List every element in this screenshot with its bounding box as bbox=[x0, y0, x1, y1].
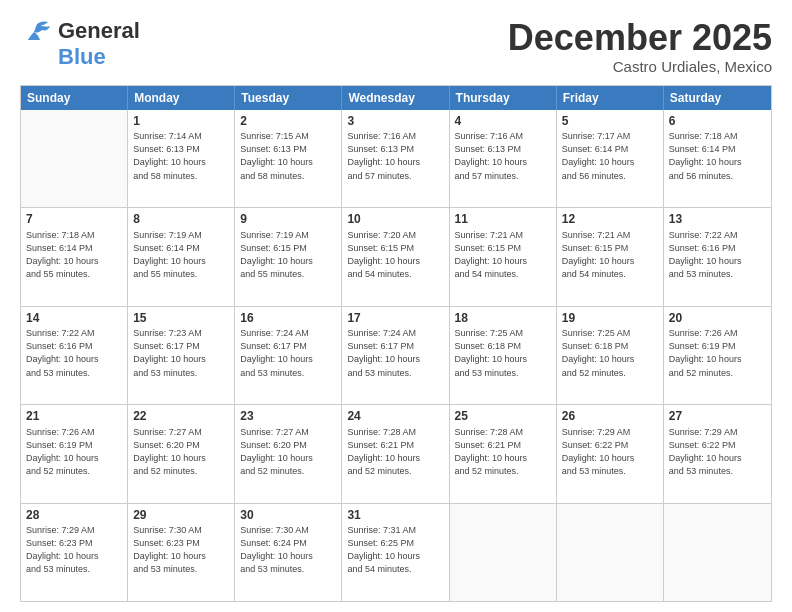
table-row: 3Sunrise: 7:16 AM Sunset: 6:13 PM Daylig… bbox=[342, 110, 449, 207]
table-row: 25Sunrise: 7:28 AM Sunset: 6:21 PM Dayli… bbox=[450, 405, 557, 502]
table-row: 9Sunrise: 7:19 AM Sunset: 6:15 PM Daylig… bbox=[235, 208, 342, 305]
table-row: 15Sunrise: 7:23 AM Sunset: 6:17 PM Dayli… bbox=[128, 307, 235, 404]
table-row: 11Sunrise: 7:21 AM Sunset: 6:15 PM Dayli… bbox=[450, 208, 557, 305]
calendar-header: Sunday Monday Tuesday Wednesday Thursday… bbox=[21, 86, 771, 110]
day-info: Sunrise: 7:24 AM Sunset: 6:17 PM Dayligh… bbox=[240, 327, 336, 379]
day-number: 7 bbox=[26, 211, 122, 228]
table-row: 2Sunrise: 7:15 AM Sunset: 6:13 PM Daylig… bbox=[235, 110, 342, 207]
day-number: 11 bbox=[455, 211, 551, 228]
day-info: Sunrise: 7:21 AM Sunset: 6:15 PM Dayligh… bbox=[455, 229, 551, 281]
header-wednesday: Wednesday bbox=[342, 86, 449, 110]
day-number: 12 bbox=[562, 211, 658, 228]
day-number: 23 bbox=[240, 408, 336, 425]
day-number: 28 bbox=[26, 507, 122, 524]
table-row: 19Sunrise: 7:25 AM Sunset: 6:18 PM Dayli… bbox=[557, 307, 664, 404]
table-row: 7Sunrise: 7:18 AM Sunset: 6:14 PM Daylig… bbox=[21, 208, 128, 305]
logo: General Blue bbox=[20, 18, 140, 70]
day-info: Sunrise: 7:28 AM Sunset: 6:21 PM Dayligh… bbox=[347, 426, 443, 478]
calendar-page: General Blue December 2025 Castro Urdial… bbox=[0, 0, 792, 612]
table-row: 31Sunrise: 7:31 AM Sunset: 6:25 PM Dayli… bbox=[342, 504, 449, 601]
header-thursday: Thursday bbox=[450, 86, 557, 110]
table-row: 23Sunrise: 7:27 AM Sunset: 6:20 PM Dayli… bbox=[235, 405, 342, 502]
calendar-week-row: 28Sunrise: 7:29 AM Sunset: 6:23 PM Dayli… bbox=[21, 503, 771, 601]
table-row: 17Sunrise: 7:24 AM Sunset: 6:17 PM Dayli… bbox=[342, 307, 449, 404]
calendar: Sunday Monday Tuesday Wednesday Thursday… bbox=[20, 85, 772, 602]
day-number: 10 bbox=[347, 211, 443, 228]
header-monday: Monday bbox=[128, 86, 235, 110]
day-info: Sunrise: 7:14 AM Sunset: 6:13 PM Dayligh… bbox=[133, 130, 229, 182]
table-row: 6Sunrise: 7:18 AM Sunset: 6:14 PM Daylig… bbox=[664, 110, 771, 207]
table-row: 30Sunrise: 7:30 AM Sunset: 6:24 PM Dayli… bbox=[235, 504, 342, 601]
table-row bbox=[450, 504, 557, 601]
table-row: 28Sunrise: 7:29 AM Sunset: 6:23 PM Dayli… bbox=[21, 504, 128, 601]
day-number: 3 bbox=[347, 113, 443, 130]
day-number: 24 bbox=[347, 408, 443, 425]
day-number: 19 bbox=[562, 310, 658, 327]
day-info: Sunrise: 7:23 AM Sunset: 6:17 PM Dayligh… bbox=[133, 327, 229, 379]
table-row: 4Sunrise: 7:16 AM Sunset: 6:13 PM Daylig… bbox=[450, 110, 557, 207]
calendar-week-row: 14Sunrise: 7:22 AM Sunset: 6:16 PM Dayli… bbox=[21, 306, 771, 404]
calendar-week-row: 7Sunrise: 7:18 AM Sunset: 6:14 PM Daylig… bbox=[21, 207, 771, 305]
day-number: 8 bbox=[133, 211, 229, 228]
table-row: 12Sunrise: 7:21 AM Sunset: 6:15 PM Dayli… bbox=[557, 208, 664, 305]
day-number: 9 bbox=[240, 211, 336, 228]
day-info: Sunrise: 7:17 AM Sunset: 6:14 PM Dayligh… bbox=[562, 130, 658, 182]
day-info: Sunrise: 7:25 AM Sunset: 6:18 PM Dayligh… bbox=[455, 327, 551, 379]
day-number: 4 bbox=[455, 113, 551, 130]
day-info: Sunrise: 7:25 AM Sunset: 6:18 PM Dayligh… bbox=[562, 327, 658, 379]
location: Castro Urdiales, Mexico bbox=[508, 58, 772, 75]
day-info: Sunrise: 7:16 AM Sunset: 6:13 PM Dayligh… bbox=[455, 130, 551, 182]
logo-bird-icon bbox=[20, 20, 54, 42]
day-number: 30 bbox=[240, 507, 336, 524]
day-info: Sunrise: 7:31 AM Sunset: 6:25 PM Dayligh… bbox=[347, 524, 443, 576]
table-row: 27Sunrise: 7:29 AM Sunset: 6:22 PM Dayli… bbox=[664, 405, 771, 502]
day-number: 22 bbox=[133, 408, 229, 425]
day-info: Sunrise: 7:29 AM Sunset: 6:22 PM Dayligh… bbox=[562, 426, 658, 478]
day-number: 17 bbox=[347, 310, 443, 327]
day-info: Sunrise: 7:27 AM Sunset: 6:20 PM Dayligh… bbox=[133, 426, 229, 478]
day-info: Sunrise: 7:30 AM Sunset: 6:23 PM Dayligh… bbox=[133, 524, 229, 576]
day-number: 14 bbox=[26, 310, 122, 327]
day-info: Sunrise: 7:18 AM Sunset: 6:14 PM Dayligh… bbox=[669, 130, 766, 182]
table-row: 14Sunrise: 7:22 AM Sunset: 6:16 PM Dayli… bbox=[21, 307, 128, 404]
table-row: 1Sunrise: 7:14 AM Sunset: 6:13 PM Daylig… bbox=[128, 110, 235, 207]
logo-general: General bbox=[58, 18, 140, 44]
day-info: Sunrise: 7:27 AM Sunset: 6:20 PM Dayligh… bbox=[240, 426, 336, 478]
day-info: Sunrise: 7:22 AM Sunset: 6:16 PM Dayligh… bbox=[26, 327, 122, 379]
day-number: 20 bbox=[669, 310, 766, 327]
day-number: 16 bbox=[240, 310, 336, 327]
table-row: 18Sunrise: 7:25 AM Sunset: 6:18 PM Dayli… bbox=[450, 307, 557, 404]
table-row bbox=[21, 110, 128, 207]
month-title: December 2025 bbox=[508, 18, 772, 58]
table-row: 22Sunrise: 7:27 AM Sunset: 6:20 PM Dayli… bbox=[128, 405, 235, 502]
table-row bbox=[664, 504, 771, 601]
day-info: Sunrise: 7:26 AM Sunset: 6:19 PM Dayligh… bbox=[26, 426, 122, 478]
day-info: Sunrise: 7:30 AM Sunset: 6:24 PM Dayligh… bbox=[240, 524, 336, 576]
day-info: Sunrise: 7:19 AM Sunset: 6:15 PM Dayligh… bbox=[240, 229, 336, 281]
table-row: 13Sunrise: 7:22 AM Sunset: 6:16 PM Dayli… bbox=[664, 208, 771, 305]
table-row: 10Sunrise: 7:20 AM Sunset: 6:15 PM Dayli… bbox=[342, 208, 449, 305]
day-info: Sunrise: 7:29 AM Sunset: 6:23 PM Dayligh… bbox=[26, 524, 122, 576]
table-row: 24Sunrise: 7:28 AM Sunset: 6:21 PM Dayli… bbox=[342, 405, 449, 502]
title-block: December 2025 Castro Urdiales, Mexico bbox=[508, 18, 772, 75]
day-number: 31 bbox=[347, 507, 443, 524]
day-info: Sunrise: 7:20 AM Sunset: 6:15 PM Dayligh… bbox=[347, 229, 443, 281]
day-number: 26 bbox=[562, 408, 658, 425]
table-row bbox=[557, 504, 664, 601]
header-saturday: Saturday bbox=[664, 86, 771, 110]
page-header: General Blue December 2025 Castro Urdial… bbox=[20, 18, 772, 75]
day-number: 6 bbox=[669, 113, 766, 130]
day-number: 5 bbox=[562, 113, 658, 130]
day-info: Sunrise: 7:15 AM Sunset: 6:13 PM Dayligh… bbox=[240, 130, 336, 182]
day-number: 15 bbox=[133, 310, 229, 327]
day-number: 18 bbox=[455, 310, 551, 327]
table-row: 8Sunrise: 7:19 AM Sunset: 6:14 PM Daylig… bbox=[128, 208, 235, 305]
day-number: 27 bbox=[669, 408, 766, 425]
day-number: 21 bbox=[26, 408, 122, 425]
day-number: 2 bbox=[240, 113, 336, 130]
logo-blue: Blue bbox=[58, 44, 106, 70]
day-info: Sunrise: 7:26 AM Sunset: 6:19 PM Dayligh… bbox=[669, 327, 766, 379]
header-friday: Friday bbox=[557, 86, 664, 110]
day-info: Sunrise: 7:28 AM Sunset: 6:21 PM Dayligh… bbox=[455, 426, 551, 478]
day-info: Sunrise: 7:21 AM Sunset: 6:15 PM Dayligh… bbox=[562, 229, 658, 281]
